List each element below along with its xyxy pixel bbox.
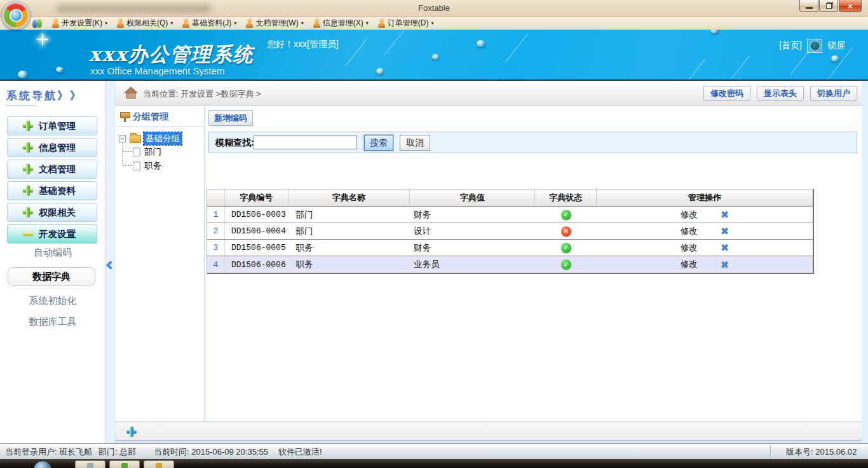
menu-item[interactable]: 订单管理(D) [373,17,438,30]
close-button[interactable]: × [839,0,862,12]
row-number: 1 [214,210,219,219]
restore-icon [826,3,832,9]
search-input[interactable] [254,135,357,149]
close-icon: × [848,1,853,11]
menu-item-label: 订单管理(D) [388,18,429,29]
table-row[interactable]: 4 DD1506-0006 职务 业务员 修改 [207,256,813,273]
status-activation: 软件已激活! [278,446,322,458]
app-logo-icon [2,1,30,29]
app-subtitle: xxx Office Management System [90,65,224,76]
cancel-button[interactable]: 取消 [400,135,430,151]
dict-code: DD1506-0004 [231,226,286,236]
lock-screen-label[interactable]: 锁屏 [827,40,845,52]
lock-screen-icon[interactable] [807,39,822,53]
row-number: 3 [214,243,219,252]
minimize-button[interactable] [799,0,818,12]
restore-button[interactable] [819,0,838,12]
header-button[interactable]: 切换用户 [810,86,857,100]
tree-child-node[interactable]: 部门 [133,146,161,158]
home-link[interactable]: [首页] [779,40,802,52]
sidebar-module-button[interactable]: 开发设置 [7,224,97,244]
sidebar-module-label: 订单管理 [33,120,81,132]
collapse-chevron-icon[interactable] [106,261,115,270]
dictionary-table: 字典编号 字典名称 字典值 字典状态 管理操作 1 DD1506-0003 部门… [207,189,814,274]
tree-child-node[interactable]: 职务 [133,160,161,172]
plus-icon [23,186,33,196]
tree-collapse-icon[interactable] [119,135,126,142]
delete-icon[interactable] [721,209,729,221]
menu-item-label: 文档管理(W) [255,18,298,29]
breadcrumb-bar: 当前位置: 开发设置 >数据字典 > 修改密码 显示表头 切换用户 [115,81,862,106]
menu-item[interactable]: 文档管理(W) [241,17,308,30]
table-row[interactable]: 3 DD1506-0005 职务 财务 修改 [207,240,813,256]
chevron-down-icon [170,20,173,26]
table-row[interactable]: 2 DD1506-0004 部门 设计 修改 [207,223,813,240]
add-row-plus-icon[interactable] [126,427,137,437]
menu-item[interactable]: 基础资料(J) [177,17,241,30]
status-icon [561,259,571,270]
delete-icon[interactable] [721,225,729,237]
plus-icon [23,121,33,131]
edit-link[interactable]: 修改 [681,242,698,254]
dictionary-panel: 新增编码 模糊查找: 搜索 取消 字典编号 字典名称 字典值 字典状态 管理操作… [205,106,862,422]
new-code-button[interactable]: 新增编码 [208,110,253,126]
sidebar-module-button[interactable]: 订单管理 [7,116,97,135]
menu-item-label: 基础资料(J) [192,18,231,29]
sidebar-module-label: 文档管理 [33,163,81,176]
person-icon [245,18,254,28]
sidebar-module-button[interactable]: 权限相关 [7,203,97,222]
edit-link[interactable]: 修改 [681,226,698,237]
dict-value: 财务 [410,207,535,223]
table-header: 字典编号 字典名称 字典值 字典状态 管理操作 [207,189,813,207]
sidebar-subitem[interactable]: 数据库工具 [0,315,105,328]
table-row[interactable]: 1 DD1506-0003 部门 财务 修改 [207,207,813,223]
sidebar-module-label: 权限相关 [33,207,81,219]
menu-item[interactable]: 信息管理(X) [308,17,373,30]
sidebar-subitem[interactable]: 自动编码 [0,246,105,259]
plus-icon [23,142,33,153]
header-button[interactable]: 显示表头 [757,86,804,100]
sidebar-module-button[interactable]: 信息管理 [7,138,97,157]
edit-link[interactable]: 修改 [681,259,698,270]
tree-root-node[interactable]: 基础分组 [119,132,182,145]
dict-code: DD1506-0006 [231,260,286,270]
status-dept: 部门: 总部 [98,446,136,458]
tree-root-label[interactable]: 基础分组 [144,132,182,145]
chevron-down-icon [431,20,433,26]
dict-name: 部门 [288,223,410,239]
group-tree-panel: 分组管理 基础分组 部门 职务 [115,106,205,422]
taskbar-app-button[interactable] [109,460,140,468]
sparkle-decoration [37,34,48,45]
sidebar-subitems: 自动编码 数据字典 系统初始化 数据库工具 [0,246,105,328]
sidebar-subitem[interactable]: 数据字典 [8,267,95,286]
user-greeting: 您好！xxx[管理员] [267,39,339,50]
edit-link[interactable]: 修改 [681,209,698,221]
divider [6,106,37,106]
minimize-icon [806,7,813,9]
table-body: 1 DD1506-0003 部门 财务 修改 2 DD1506-0004 [207,207,813,273]
search-label: 模糊查找: [215,132,254,153]
menu-item[interactable]: 开发设置(K) [47,17,112,30]
row-number: 4 [214,260,219,270]
window-titlebar: Foxtable × [0,0,868,17]
sidebar-module-label: 信息管理 [33,142,81,154]
dict-value: 业务员 [410,256,535,273]
page-icon [133,148,140,156]
menu-item[interactable]: 权限相关(Q) [112,17,177,30]
sidebar-subitem[interactable]: 系统初始化 [0,294,105,307]
divider [770,446,771,457]
start-orb[interactable] [33,460,52,468]
search-button[interactable]: 搜索 [364,135,393,151]
taskbar-app-button[interactable] [75,460,105,468]
sidebar-module-button[interactable]: 文档管理 [7,160,97,179]
sidebar-module-button[interactable]: 基础资料 [7,181,97,200]
dict-code: DD1506-0005 [231,243,286,252]
header-button[interactable]: 修改密码 [703,86,750,100]
delete-icon[interactable] [721,259,729,271]
taskbar-app-button[interactable] [144,460,174,468]
sidebar-splitter[interactable] [105,81,115,443]
windows-taskbar [0,459,868,468]
dict-name: 职务 [288,240,410,256]
status-icon [561,226,571,237]
delete-icon[interactable] [721,242,729,254]
